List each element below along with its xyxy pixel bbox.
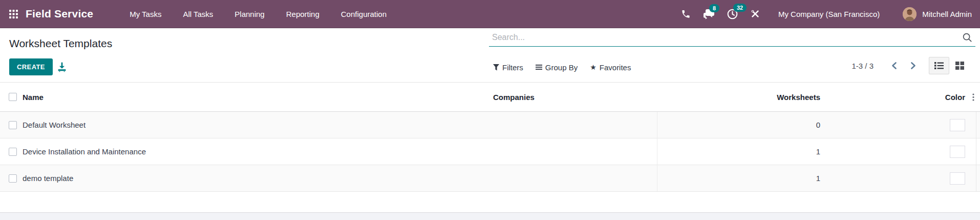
column-header-worksheets[interactable]: Worksheets [657, 93, 827, 102]
color-swatch [950, 146, 965, 158]
row-checkbox[interactable] [9, 121, 17, 129]
search-input[interactable] [489, 33, 962, 42]
pager-next-button[interactable] [906, 59, 921, 72]
table-row[interactable]: Device Installation and Maintenance 1 [0, 138, 980, 165]
template-name: Device Installation and Maintenance [23, 147, 493, 156]
activities-badge: 32 [733, 4, 747, 12]
page-title: Worksheet Templates [9, 37, 112, 50]
export-download-icon[interactable] [56, 62, 68, 73]
select-all-checkbox[interactable] [9, 93, 17, 101]
table-right-divider [976, 112, 976, 192]
view-switcher [929, 57, 970, 74]
main-menu: My Tasks All Tasks Planning Reporting Co… [130, 10, 387, 18]
app-title[interactable]: Field Service [26, 8, 93, 20]
user-avatar[interactable] [903, 7, 917, 21]
page-footer-strip [0, 212, 980, 220]
kebab-menu-icon [972, 93, 974, 101]
company-switcher[interactable]: My Company (San Francisco) [778, 10, 880, 18]
favorites-button[interactable]: ★ Favorites [590, 63, 631, 72]
user-menu[interactable]: Mitchell Admin [922, 10, 972, 18]
template-name: demo template [23, 174, 493, 183]
tools-wrench-icon[interactable] [750, 9, 760, 19]
template-worksheets-count: 1 [657, 165, 827, 191]
star-icon: ★ [590, 64, 596, 71]
messages-badge: 8 [709, 4, 719, 12]
funnel-icon [493, 64, 499, 71]
template-worksheets-count: 1 [657, 138, 827, 165]
search-bar [489, 28, 975, 47]
activities-clock-icon[interactable]: 32 [727, 8, 738, 20]
row-checkbox[interactable] [9, 148, 17, 156]
apps-menu-icon[interactable] [9, 10, 18, 18]
group-by-icon [536, 64, 542, 70]
group-by-button[interactable]: Group By [536, 63, 578, 72]
pager: 1-3 / 3 [851, 56, 970, 75]
color-swatch [950, 119, 965, 131]
table-row[interactable]: Default Worksheet 0 [0, 112, 980, 138]
search-icon[interactable] [962, 32, 972, 43]
filters-button[interactable]: Filters [493, 63, 523, 72]
menu-my-tasks[interactable]: My Tasks [130, 10, 161, 18]
template-worksheets-count: 0 [657, 112, 827, 138]
color-swatch [950, 172, 965, 185]
pager-value[interactable]: 1-3 / 3 [851, 62, 874, 70]
row-checkbox[interactable] [9, 174, 17, 183]
messages-icon[interactable]: 8 [702, 9, 715, 19]
column-header-name[interactable]: Name [23, 93, 493, 102]
worksheet-templates-list: Name Companies Worksheets Color Default … [0, 83, 980, 192]
list-view-icon [934, 62, 944, 70]
table-row[interactable]: demo template 1 [0, 165, 980, 192]
create-button[interactable]: CREATE [9, 58, 53, 75]
table-header-row: Name Companies Worksheets Color [0, 83, 980, 112]
optional-columns-toggle[interactable] [967, 93, 980, 101]
menu-configuration[interactable]: Configuration [341, 10, 387, 18]
pager-previous-button[interactable] [887, 59, 901, 72]
template-name: Default Worksheet [23, 121, 493, 129]
menu-reporting[interactable]: Reporting [286, 10, 319, 18]
list-view-button[interactable] [929, 57, 949, 74]
systray: 8 32 My Company (San Francisco) Mitchell… [681, 7, 972, 21]
kanban-view-icon [955, 62, 964, 70]
grid-icon [9, 10, 18, 18]
kanban-view-button[interactable] [949, 57, 970, 74]
voip-phone-icon[interactable] [681, 9, 691, 19]
top-navbar: Field Service My Tasks All Tasks Plannin… [0, 0, 980, 28]
column-header-color[interactable]: Color [827, 93, 967, 102]
search-options: Filters Group By ★ Favorites [493, 61, 631, 73]
menu-planning[interactable]: Planning [235, 10, 264, 18]
column-header-companies[interactable]: Companies [493, 93, 657, 102]
menu-all-tasks[interactable]: All Tasks [183, 10, 213, 18]
